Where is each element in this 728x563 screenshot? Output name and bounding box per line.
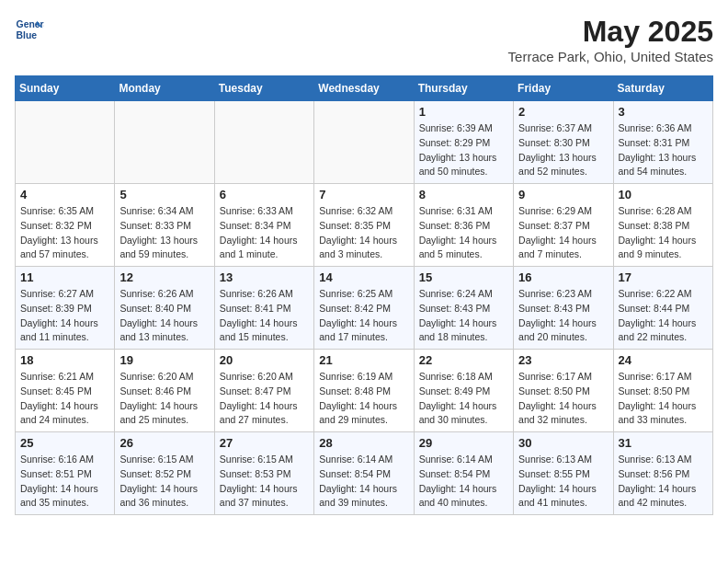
day-number: 6 [220,188,309,201]
day-number: 4 [20,188,109,201]
calendar-cell: 29Sunrise: 6:14 AM Sunset: 8:54 PM Dayli… [414,432,513,515]
calendar-cell: 17Sunrise: 6:22 AM Sunset: 8:44 PM Dayli… [613,267,712,350]
day-number: 21 [319,353,408,367]
day-info: Sunrise: 6:31 AM Sunset: 8:36 PM Dayligh… [419,204,508,262]
week-row-4: 18Sunrise: 6:21 AM Sunset: 8:45 PM Dayli… [16,350,713,432]
calendar-cell: 31Sunrise: 6:13 AM Sunset: 8:56 PM Dayli… [613,432,712,515]
calendar-cell: 3Sunrise: 6:36 AM Sunset: 8:31 PM Daylig… [613,101,712,184]
calendar-cell: 10Sunrise: 6:28 AM Sunset: 8:38 PM Dayli… [613,184,712,267]
day-number: 14 [319,270,408,284]
week-row-1: 1Sunrise: 6:39 AM Sunset: 8:29 PM Daylig… [16,101,713,184]
title-block: May 2025 Terrace Park, Ohio, United Stat… [508,15,713,64]
day-info: Sunrise: 6:21 AM Sunset: 8:45 PM Dayligh… [20,370,109,428]
day-number: 30 [518,436,608,450]
calendar-cell: 15Sunrise: 6:24 AM Sunset: 8:43 PM Dayli… [414,267,513,350]
calendar-cell: 13Sunrise: 6:26 AM Sunset: 8:41 PM Dayli… [214,267,313,350]
calendar-cell: 8Sunrise: 6:31 AM Sunset: 8:36 PM Daylig… [414,184,513,267]
calendar-cell: 6Sunrise: 6:33 AM Sunset: 8:34 PM Daylig… [214,184,313,267]
day-number: 25 [20,436,109,450]
day-number: 31 [619,436,708,450]
calendar-cell: 27Sunrise: 6:15 AM Sunset: 8:53 PM Dayli… [214,432,313,515]
week-row-3: 11Sunrise: 6:27 AM Sunset: 8:39 PM Dayli… [16,267,713,350]
calendar-cell [115,101,214,184]
header-day-sunday: Sunday [16,76,115,101]
day-info: Sunrise: 6:13 AM Sunset: 8:56 PM Dayligh… [619,453,708,511]
calendar-cell [16,101,115,184]
day-number: 17 [619,270,708,284]
calendar-cell: 4Sunrise: 6:35 AM Sunset: 8:32 PM Daylig… [16,184,115,267]
header-day-thursday: Thursday [414,76,513,101]
calendar-cell: 16Sunrise: 6:23 AM Sunset: 8:43 PM Dayli… [514,267,613,350]
calendar-cell: 12Sunrise: 6:26 AM Sunset: 8:40 PM Dayli… [115,267,214,350]
header-day-saturday: Saturday [613,76,712,101]
day-info: Sunrise: 6:27 AM Sunset: 8:39 PM Dayligh… [20,287,109,345]
day-number: 9 [518,188,608,201]
day-number: 7 [319,188,408,201]
calendar-cell: 5Sunrise: 6:34 AM Sunset: 8:33 PM Daylig… [115,184,214,267]
day-number: 13 [220,270,309,284]
calendar-cell: 28Sunrise: 6:14 AM Sunset: 8:54 PM Dayli… [314,432,414,515]
main-title: May 2025 [508,15,713,49]
calendar-cell: 23Sunrise: 6:17 AM Sunset: 8:50 PM Dayli… [514,350,613,432]
day-info: Sunrise: 6:20 AM Sunset: 8:46 PM Dayligh… [119,370,209,428]
day-info: Sunrise: 6:15 AM Sunset: 8:52 PM Dayligh… [119,453,209,511]
day-number: 18 [20,353,109,367]
day-info: Sunrise: 6:23 AM Sunset: 8:43 PM Dayligh… [518,287,608,345]
day-info: Sunrise: 6:25 AM Sunset: 8:42 PM Dayligh… [319,287,408,345]
day-info: Sunrise: 6:28 AM Sunset: 8:38 PM Dayligh… [619,204,708,262]
day-number: 28 [319,436,408,450]
day-number: 11 [20,270,109,284]
day-info: Sunrise: 6:26 AM Sunset: 8:40 PM Dayligh… [119,287,209,345]
day-info: Sunrise: 6:24 AM Sunset: 8:43 PM Dayligh… [419,287,508,345]
day-number: 24 [619,353,708,367]
day-info: Sunrise: 6:17 AM Sunset: 8:50 PM Dayligh… [518,370,608,428]
day-number: 15 [419,270,508,284]
calendar-cell: 9Sunrise: 6:29 AM Sunset: 8:37 PM Daylig… [514,184,613,267]
calendar-cell: 7Sunrise: 6:32 AM Sunset: 8:35 PM Daylig… [314,184,414,267]
day-info: Sunrise: 6:13 AM Sunset: 8:55 PM Dayligh… [518,453,608,511]
day-info: Sunrise: 6:19 AM Sunset: 8:48 PM Dayligh… [319,370,408,428]
day-info: Sunrise: 6:35 AM Sunset: 8:32 PM Dayligh… [20,204,109,262]
calendar-cell [314,101,414,184]
day-info: Sunrise: 6:37 AM Sunset: 8:30 PM Dayligh… [518,121,608,179]
day-info: Sunrise: 6:36 AM Sunset: 8:31 PM Dayligh… [619,121,708,179]
header-day-wednesday: Wednesday [314,76,414,101]
calendar-cell: 11Sunrise: 6:27 AM Sunset: 8:39 PM Dayli… [16,267,115,350]
calendar-cell: 30Sunrise: 6:13 AM Sunset: 8:55 PM Dayli… [514,432,613,515]
day-number: 23 [518,353,608,367]
page-header: General Blue May 2025 Terrace Park, Ohio… [15,15,713,64]
day-info: Sunrise: 6:14 AM Sunset: 8:54 PM Dayligh… [419,453,508,511]
day-number: 16 [518,270,608,284]
day-info: Sunrise: 6:14 AM Sunset: 8:54 PM Dayligh… [319,453,408,511]
calendar-cell: 2Sunrise: 6:37 AM Sunset: 8:30 PM Daylig… [514,101,613,184]
day-number: 8 [419,188,508,201]
day-number: 27 [220,436,309,450]
calendar-cell: 1Sunrise: 6:39 AM Sunset: 8:29 PM Daylig… [414,101,513,184]
calendar-cell: 21Sunrise: 6:19 AM Sunset: 8:48 PM Dayli… [314,350,414,432]
day-number: 12 [119,270,209,284]
calendar-cell: 20Sunrise: 6:20 AM Sunset: 8:47 PM Dayli… [214,350,313,432]
calendar-cell: 19Sunrise: 6:20 AM Sunset: 8:46 PM Dayli… [115,350,214,432]
calendar-cell: 25Sunrise: 6:16 AM Sunset: 8:51 PM Dayli… [16,432,115,515]
calendar-header: SundayMondayTuesdayWednesdayThursdayFrid… [16,76,713,101]
header-day-friday: Friday [514,76,613,101]
day-number: 5 [119,188,209,201]
svg-text:Blue: Blue [17,30,38,40]
calendar-cell: 24Sunrise: 6:17 AM Sunset: 8:50 PM Dayli… [613,350,712,432]
day-info: Sunrise: 6:26 AM Sunset: 8:41 PM Dayligh… [220,287,309,345]
day-info: Sunrise: 6:39 AM Sunset: 8:29 PM Dayligh… [419,121,508,179]
day-info: Sunrise: 6:18 AM Sunset: 8:49 PM Dayligh… [419,370,508,428]
day-number: 26 [119,436,209,450]
calendar-cell: 14Sunrise: 6:25 AM Sunset: 8:42 PM Dayli… [314,267,414,350]
day-number: 10 [619,188,708,201]
day-info: Sunrise: 6:22 AM Sunset: 8:44 PM Dayligh… [619,287,708,345]
header-row: SundayMondayTuesdayWednesdayThursdayFrid… [16,76,713,101]
calendar-table: SundayMondayTuesdayWednesdayThursdayFrid… [15,75,713,515]
day-info: Sunrise: 6:29 AM Sunset: 8:37 PM Dayligh… [518,204,608,262]
subtitle: Terrace Park, Ohio, United States [508,49,713,64]
day-number: 1 [419,105,508,119]
logo: General Blue [15,15,44,44]
calendar-cell: 22Sunrise: 6:18 AM Sunset: 8:49 PM Dayli… [414,350,513,432]
day-info: Sunrise: 6:32 AM Sunset: 8:35 PM Dayligh… [319,204,408,262]
day-number: 22 [419,353,508,367]
